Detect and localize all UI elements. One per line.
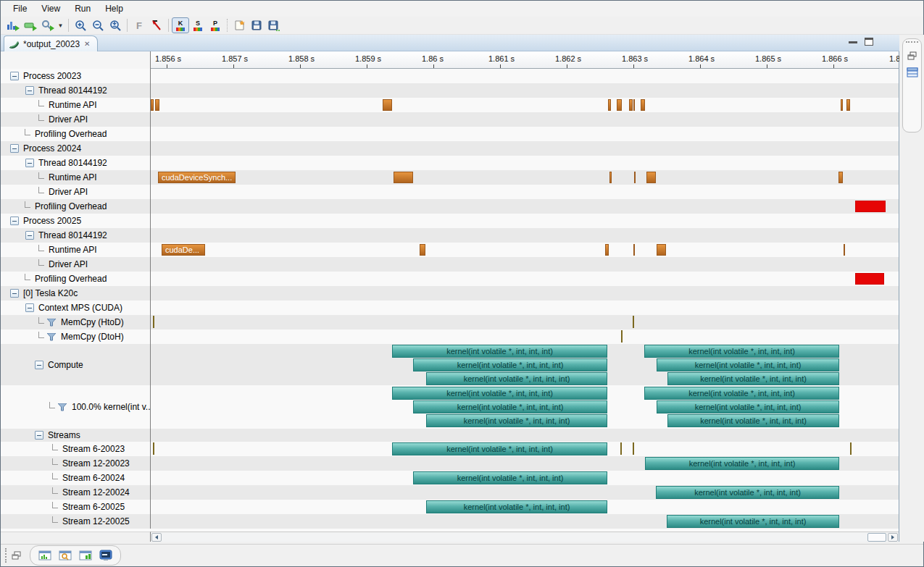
tree-row[interactable]: Process 20024 [1,141,151,156]
restore-views-icon[interactable] [8,547,25,564]
runtime-api-bar[interactable] [846,99,850,111]
stream-coloring-icon[interactable]: S [189,17,207,33]
save-icon[interactable] [248,17,265,33]
collapse-minus-icon[interactable] [35,361,43,369]
horizontal-scrollbar[interactable] [151,532,899,542]
kernel-bar[interactable]: kernel(int volatile *, int, int, int) [413,471,607,484]
close-icon[interactable]: ✕ [83,40,91,48]
interval-mark[interactable] [153,442,154,455]
runtime-api-bar[interactable] [394,172,413,183]
interval-mark[interactable] [850,442,852,455]
kernel-bar[interactable]: kernel(int volatile *, int, int, int) [644,345,839,358]
tree-row[interactable]: [0] Tesla K20c [1,286,151,301]
kernel-bar[interactable]: kernel(int volatile *, int, int, int) [667,515,839,528]
zoom-fit-icon[interactable] [107,17,124,33]
tree-row[interactable]: Context MPS (CUDA) [1,301,151,315]
runtime-api-bar[interactable] [605,244,609,256]
collapse-minus-icon[interactable] [10,217,19,225]
zoom-dropdown-arrow[interactable]: ▼ [56,17,65,33]
settings-view-icon[interactable] [97,547,115,564]
kernel-bar[interactable]: kernel(int volatile *, int, int, int) [667,414,839,427]
tree-row[interactable]: Stream 6-20024 [1,471,151,485]
drag-handle-icon[interactable] [906,41,918,46]
properties-view-icon[interactable] [904,65,920,80]
tree-row[interactable]: Streams [1,429,151,442]
kernel-bar[interactable]: kernel(int volatile *, int, int, int) [413,358,607,371]
runtime-api-bar[interactable] [641,99,645,111]
tree-row[interactable]: Runtime API [1,170,151,185]
tree-row[interactable]: Driver API [1,112,151,127]
maximize-icon[interactable] [865,38,873,46]
runtime-api-bar[interactable]: cudaDeviceSynch... [158,172,236,183]
kernel-coloring-icon[interactable]: K [172,17,189,33]
tree-row[interactable]: MemCpy (DtoH) [1,329,151,344]
tree-row[interactable]: Driver API [1,185,151,199]
runtime-api-bar[interactable] [633,244,635,256]
runtime-api-bar[interactable] [420,244,425,256]
kernel-bar[interactable]: kernel(int volatile *, int, int, int) [667,372,839,385]
kernel-bar[interactable]: kernel(int volatile *, int, int, int) [656,486,839,499]
tree-row[interactable]: Thread 80144192 [1,228,151,243]
overhead-bar[interactable] [855,201,886,212]
restore-view-icon[interactable] [904,49,920,63]
kernel-bar[interactable]: kernel(int volatile *, int, int, int) [644,387,839,400]
runtime-api-bar[interactable] [383,99,392,111]
collapse-minus-icon[interactable] [25,231,34,240]
save-all-icon[interactable] [265,17,283,33]
analysis-view-icon[interactable] [36,547,54,564]
runtime-api-bar[interactable] [608,99,611,111]
tree-row[interactable]: MemCpy (HtoD) [1,315,151,329]
details-view-icon[interactable] [57,547,74,564]
runtime-api-bar[interactable] [633,99,635,111]
profile-application-icon[interactable] [4,17,21,33]
runtime-api-bar[interactable] [617,99,622,111]
tree-row[interactable]: Runtime API [1,98,151,112]
runtime-api-bar[interactable] [838,172,843,183]
interval-mark[interactable] [633,442,634,455]
console-view-icon[interactable] [77,547,94,564]
interval-mark[interactable] [621,330,623,343]
kernel-bar[interactable]: kernel(int volatile *, int, int, int) [392,345,607,358]
tree-row[interactable]: Runtime API [1,243,151,257]
kernel-bar[interactable]: kernel(int volatile *, int, int, int) [392,442,607,455]
kernel-bar[interactable]: kernel(int volatile *, int, int, int) [392,387,607,400]
zoom-in-icon[interactable] [72,17,89,33]
kernel-bar[interactable]: kernel(int volatile *, int, int, int) [657,358,839,371]
collapse-minus-icon[interactable] [25,303,34,312]
interval-mark[interactable] [620,442,622,455]
collapse-minus-icon[interactable] [10,72,19,80]
process-coloring-icon[interactable]: P [207,17,224,33]
runtime-api-bar[interactable] [646,172,656,183]
runtime-api-bar[interactable] [155,99,159,111]
tree-row[interactable]: Stream 12-20025 [1,514,151,529]
menu-help[interactable]: Help [99,2,130,15]
tab-output-20023[interactable]: *output_20023 ✕ [4,35,98,51]
tree-row[interactable]: Profiling Overhead [1,272,151,286]
tree-row[interactable]: Driver API [1,257,151,272]
kernel-bar[interactable]: kernel(int volatile *, int, int, int) [426,414,607,427]
interval-mark[interactable] [153,316,154,328]
overhead-bar[interactable] [855,273,884,285]
tree-row[interactable]: Process 20023 [1,69,151,83]
collapse-minus-icon[interactable] [25,86,34,95]
kernel-bar[interactable]: kernel(int volatile *, int, int, int) [645,457,839,470]
scroll-left-icon[interactable] [151,533,162,542]
collapse-minus-icon[interactable] [10,289,19,298]
runtime-api-bar[interactable] [151,99,154,111]
interval-mark[interactable] [633,316,634,328]
reset-marker-icon[interactable] [148,17,165,33]
menu-run[interactable]: Run [68,2,97,15]
tree-row[interactable]: Profiling Overhead [1,127,151,141]
tree-row[interactable]: Stream 6-20025 [1,500,151,514]
kernel-bar[interactable]: kernel(int volatile *, int, int, int) [413,400,607,413]
segments-icon[interactable] [21,17,38,33]
kernel-bar[interactable]: kernel(int volatile *, int, int, int) [426,500,607,513]
collapse-minus-icon[interactable] [25,159,34,167]
tree-row[interactable]: Process 20025 [1,214,151,228]
zoom-tool-icon[interactable] [38,17,56,33]
kernel-bar[interactable]: kernel(int volatile *, int, int, int) [426,372,607,385]
runtime-api-bar[interactable] [657,244,666,256]
collapse-minus-icon[interactable] [35,431,43,440]
runtime-api-bar[interactable] [841,99,843,111]
scrollbar-thumb[interactable] [867,533,886,542]
